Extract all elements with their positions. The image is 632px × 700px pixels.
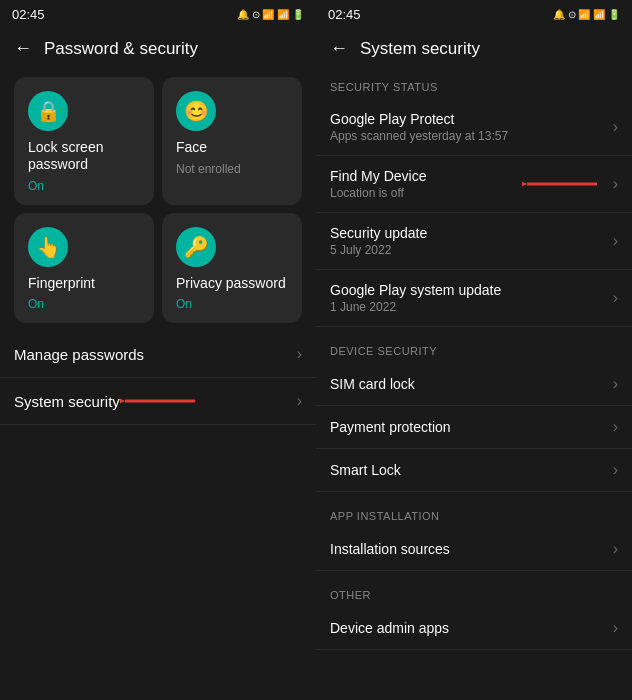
card-face-label: Face [176, 139, 288, 156]
cards-grid: 🔒 Lock screen password On 😊 Face Not enr… [0, 69, 316, 331]
security-update-content: Security update 5 July 2022 [330, 225, 613, 257]
privacy-icon: 🔑 [176, 227, 216, 267]
security-update-item[interactable]: Security update 5 July 2022 › [316, 213, 632, 270]
payment-protection-content: Payment protection [330, 419, 613, 435]
card-lock-screen[interactable]: 🔒 Lock screen password On [14, 77, 154, 205]
smart-lock-title: Smart Lock [330, 462, 613, 478]
left-status-bar: 02:45 🔔 ⊙ 📶 📶 🔋 [0, 0, 316, 28]
installation-sources-title: Installation sources [330, 541, 613, 557]
card-lock-status: On [28, 179, 140, 193]
card-face[interactable]: 😊 Face Not enrolled [162, 77, 302, 205]
right-status-icons: 🔔 ⊙ 📶 📶 🔋 [553, 9, 620, 20]
system-security-label: System security [14, 393, 120, 410]
installation-sources-chevron: › [613, 540, 618, 558]
right-status-bar: 02:45 🔔 ⊙ 📶 📶 🔋 [316, 0, 632, 28]
smart-lock-item[interactable]: Smart Lock › [316, 449, 632, 492]
system-security-item[interactable]: System security › [0, 378, 316, 425]
app-installation-label: APP INSTALLATION [316, 498, 632, 528]
right-page-title: System security [360, 39, 480, 59]
device-security-label: DEVICE SECURITY [316, 333, 632, 363]
left-back-button[interactable]: ← [14, 38, 32, 59]
card-lock-label: Lock screen password [28, 139, 140, 173]
face-icon: 😊 [176, 91, 216, 131]
security-status-label: SECURITY STATUS [316, 69, 632, 99]
security-update-subtitle: 5 July 2022 [330, 243, 613, 257]
left-header: ← Password & security [0, 28, 316, 69]
installation-sources-item[interactable]: Installation sources › [316, 528, 632, 571]
device-admin-apps-content: Device admin apps [330, 620, 613, 636]
card-fingerprint[interactable]: 👆 Fingerprint On [14, 213, 154, 324]
device-admin-apps-title: Device admin apps [330, 620, 613, 636]
security-update-chevron: › [613, 232, 618, 250]
other-label: OTHER [316, 577, 632, 607]
google-play-system-update-item[interactable]: Google Play system update 1 June 2022 › [316, 270, 632, 327]
system-security-chevron: › [297, 392, 302, 410]
google-play-system-update-content: Google Play system update 1 June 2022 [330, 282, 613, 314]
right-header: ← System security [316, 28, 632, 69]
card-privacy-label: Privacy password [176, 275, 288, 292]
left-status-icons: 🔔 ⊙ 📶 📶 🔋 [237, 9, 304, 20]
smart-lock-content: Smart Lock [330, 462, 613, 478]
security-update-title: Security update [330, 225, 613, 241]
sim-card-lock-title: SIM card lock [330, 376, 613, 392]
payment-protection-chevron: › [613, 418, 618, 436]
red-arrow-annotation-left [120, 386, 200, 416]
right-back-button[interactable]: ← [330, 38, 348, 59]
right-time: 02:45 [328, 7, 361, 22]
fingerprint-icon: 👆 [28, 227, 68, 267]
red-arrow-annotation-right [522, 169, 602, 199]
google-play-protect-title: Google Play Protect [330, 111, 613, 127]
google-play-system-update-subtitle: 1 June 2022 [330, 300, 613, 314]
manage-passwords-item[interactable]: Manage passwords › [0, 331, 316, 378]
payment-protection-item[interactable]: Payment protection › [316, 406, 632, 449]
device-admin-apps-chevron: › [613, 619, 618, 637]
left-panel: 02:45 🔔 ⊙ 📶 📶 🔋 ← Password & security 🔒 … [0, 0, 316, 700]
lock-icon: 🔒 [28, 91, 68, 131]
google-play-protect-chevron: › [613, 118, 618, 136]
sim-card-lock-chevron: › [613, 375, 618, 393]
payment-protection-title: Payment protection [330, 419, 613, 435]
find-my-device-chevron: › [613, 175, 618, 193]
card-privacy-status: On [176, 297, 288, 311]
left-time: 02:45 [12, 7, 45, 22]
left-page-title: Password & security [44, 39, 198, 59]
device-admin-apps-item[interactable]: Device admin apps › [316, 607, 632, 650]
find-my-device-item[interactable]: Find My Device Location is off › [316, 156, 632, 213]
sim-card-lock-item[interactable]: SIM card lock › [316, 363, 632, 406]
installation-sources-content: Installation sources [330, 541, 613, 557]
google-play-protect-content: Google Play Protect Apps scanned yesterd… [330, 111, 613, 143]
card-privacy-password[interactable]: 🔑 Privacy password On [162, 213, 302, 324]
card-face-status: Not enrolled [176, 162, 288, 176]
manage-passwords-chevron: › [297, 345, 302, 363]
right-panel: 02:45 🔔 ⊙ 📶 📶 🔋 ← System security SECURI… [316, 0, 632, 700]
manage-passwords-label: Manage passwords [14, 346, 144, 363]
google-play-protect-subtitle: Apps scanned yesterday at 13:57 [330, 129, 613, 143]
google-play-system-update-title: Google Play system update [330, 282, 613, 298]
google-play-system-update-chevron: › [613, 289, 618, 307]
google-play-protect-item[interactable]: Google Play Protect Apps scanned yesterd… [316, 99, 632, 156]
smart-lock-chevron: › [613, 461, 618, 479]
card-fingerprint-status: On [28, 297, 140, 311]
card-fingerprint-label: Fingerprint [28, 275, 140, 292]
sim-card-lock-content: SIM card lock [330, 376, 613, 392]
